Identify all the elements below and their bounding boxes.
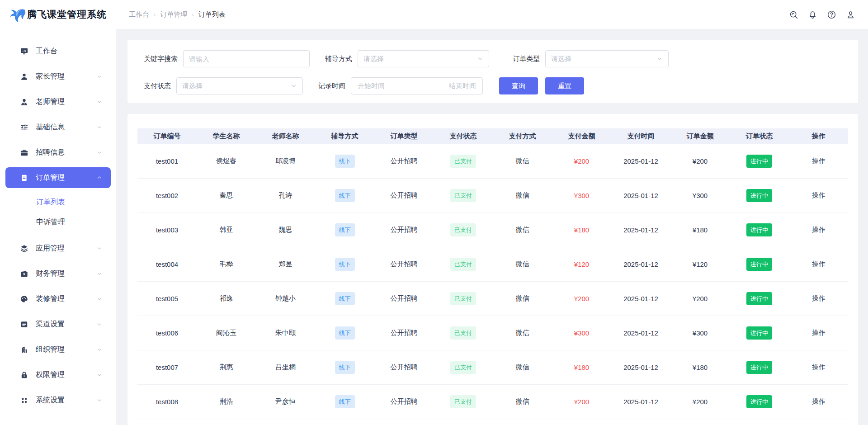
sidebar-item-parents[interactable]: 家长管理	[5, 66, 111, 87]
table-row: test004 毛桦 郑昱 线下 公开招聘 已支付 微信 ¥120 2025-0…	[137, 247, 848, 282]
cell-order-amount: ¥300	[670, 329, 730, 337]
breadcrumb-order-management[interactable]: 订单管理	[160, 10, 187, 19]
sidebar-item-basic-info[interactable]: 基础信息	[5, 117, 111, 137]
top-header: 腾飞课堂管理系统 工作台 › 订单管理 › 订单列表	[0, 0, 868, 29]
tutor-mode-badge: 线下	[335, 189, 355, 202]
chevron-down-icon	[96, 149, 103, 156]
chevron-down-icon	[477, 56, 483, 62]
order-status-badge: 进行中	[746, 223, 772, 236]
sidebar-item-workbench[interactable]: 工作台	[5, 41, 111, 61]
row-action-link[interactable]: 操作	[812, 397, 826, 405]
row-action-link[interactable]: 操作	[812, 329, 826, 336]
cell-order-type: 公开招聘	[374, 157, 434, 165]
cell-pay-amount: ¥180	[552, 364, 611, 371]
table-row: test008 荆浩 尹彦恒 线下 公开招聘 已支付 微信 ¥200 2025-…	[137, 385, 848, 419]
sidebar-item-label: 装修管理	[36, 294, 96, 304]
pay-status-placeholder: 请选择	[182, 82, 203, 90]
sidebar-item-organization[interactable]: 组织管理	[5, 339, 111, 360]
cell-pay-time: 2025-01-12	[611, 192, 670, 199]
row-action-link[interactable]: 操作	[812, 294, 826, 302]
sidebar-item-channels[interactable]: 渠道设置	[5, 314, 111, 335]
chevron-down-icon	[96, 124, 103, 130]
chevron-down-icon	[96, 397, 103, 403]
row-action-link[interactable]: 操作	[812, 363, 826, 371]
tutor-mode-badge: 线下	[335, 155, 355, 168]
cell-order-no: test001	[137, 157, 197, 165]
sidebar-item-finance[interactable]: ¥财务管理	[5, 263, 111, 284]
channel-icon	[20, 320, 28, 329]
sidebar-item-label: 家长管理	[36, 72, 96, 81]
tutor-mode-select[interactable]: 请选择	[358, 50, 489, 67]
search-button[interactable]: 查询	[499, 77, 538, 94]
cell-pay-method: 微信	[493, 329, 552, 337]
breadcrumb-separator: ›	[192, 11, 193, 18]
tutor-mode-badge: 线下	[335, 395, 355, 408]
col-order-amount: 订单金额	[670, 132, 730, 141]
cell-order-type: 公开招聘	[374, 260, 434, 269]
notification-bell-icon[interactable]	[807, 9, 817, 19]
keyword-input[interactable]	[189, 55, 304, 63]
row-action-link[interactable]: 操作	[812, 191, 826, 199]
cell-order-no: test006	[137, 329, 197, 337]
cell-order-amount: ¥200	[670, 398, 730, 406]
cell-pay-amount: ¥200	[552, 295, 611, 302]
row-action-link[interactable]: 操作	[812, 226, 826, 233]
app-title: 腾飞课堂管理系统	[27, 8, 107, 21]
sidebar-item-system[interactable]: 系统设置	[5, 390, 111, 411]
user-icon[interactable]	[845, 9, 855, 19]
sidebar-item-decoration[interactable]: 装修管理	[5, 288, 111, 309]
cell-student: 荆浩	[197, 397, 256, 406]
sidebar-item-recruitment[interactable]: 招聘信息	[5, 142, 111, 163]
sidebar-item-label: 渠道设置	[36, 320, 96, 329]
help-icon[interactable]	[826, 9, 836, 19]
chevron-down-icon	[96, 372, 103, 378]
pay-status-badge: 已支付	[450, 361, 476, 374]
pay-status-select[interactable]: 请选择	[176, 77, 303, 94]
cell-order-type: 公开招聘	[374, 363, 434, 372]
row-action-link[interactable]: 操作	[812, 157, 826, 165]
table-body: test001 侯煜睿 邱凌博 线下 公开招聘 已支付 微信 ¥200 2025…	[137, 144, 848, 419]
cell-order-no: test008	[137, 398, 197, 406]
chevron-down-icon	[96, 296, 103, 302]
tutor-mode-badge: 线下	[335, 258, 355, 271]
cell-pay-method: 微信	[493, 260, 552, 269]
record-time-range-picker[interactable]: 开始时间 — 结束时间	[351, 77, 483, 94]
reset-button[interactable]: 重置	[545, 77, 584, 94]
cell-order-no: test007	[137, 364, 197, 371]
table-row: test007 荆惠 吕坐桐 线下 公开招聘 已支付 微信 ¥180 2025-…	[137, 350, 848, 385]
sidebar-item-applications[interactable]: 应用管理	[5, 238, 111, 259]
cell-pay-method: 微信	[493, 363, 552, 372]
order-type-select[interactable]: 请选择	[545, 50, 669, 67]
col-order-status: 订单状态	[730, 132, 789, 141]
sidebar-subitem-appeals[interactable]: 申诉管理	[0, 212, 116, 231]
cell-student: 阎沁玉	[197, 329, 256, 337]
search-icon[interactable]	[788, 9, 798, 19]
cell-order-type: 公开招聘	[374, 294, 434, 303]
cell-teacher: 钟越小	[256, 294, 315, 303]
order-status-badge: 进行中	[746, 292, 772, 305]
cell-order-amount: ¥180	[670, 226, 730, 234]
col-pay-status: 支付状态	[434, 132, 493, 141]
tutor-mode-badge: 线下	[335, 223, 355, 236]
tutor-mode-label: 辅导方式	[325, 55, 352, 63]
start-time-placeholder: 开始时间	[358, 82, 385, 90]
logo-bird-icon	[8, 7, 25, 22]
breadcrumb-workbench[interactable]: 工作台	[129, 10, 149, 19]
sidebar-item-teachers[interactable]: 老师管理	[5, 91, 111, 112]
cell-teacher: 邱凌博	[256, 157, 315, 165]
col-action: 操作	[789, 132, 848, 141]
tutor-mode-placeholder: 请选择	[363, 55, 384, 63]
breadcrumb-order-list: 订单列表	[198, 10, 226, 19]
sidebar-item-permissions[interactable]: 权限管理	[5, 364, 111, 385]
table-row: test002 秦思 孔诗 线下 公开招聘 已支付 微信 ¥300 2025-0…	[137, 179, 848, 213]
cell-pay-method: 微信	[493, 191, 552, 200]
cell-teacher: 吕坐桐	[256, 363, 315, 372]
order-status-badge: 进行中	[746, 189, 772, 202]
cell-order-type: 公开招聘	[374, 397, 434, 406]
sidebar-subitem-order-list[interactable]: 订单列表	[0, 193, 116, 212]
row-action-link[interactable]: 操作	[812, 260, 826, 268]
pay-status-badge: 已支付	[450, 292, 476, 305]
sidebar-item-orders[interactable]: 订单管理	[5, 167, 111, 188]
chevron-up-icon	[96, 175, 103, 181]
pay-status-badge: 已支付	[450, 326, 476, 340]
